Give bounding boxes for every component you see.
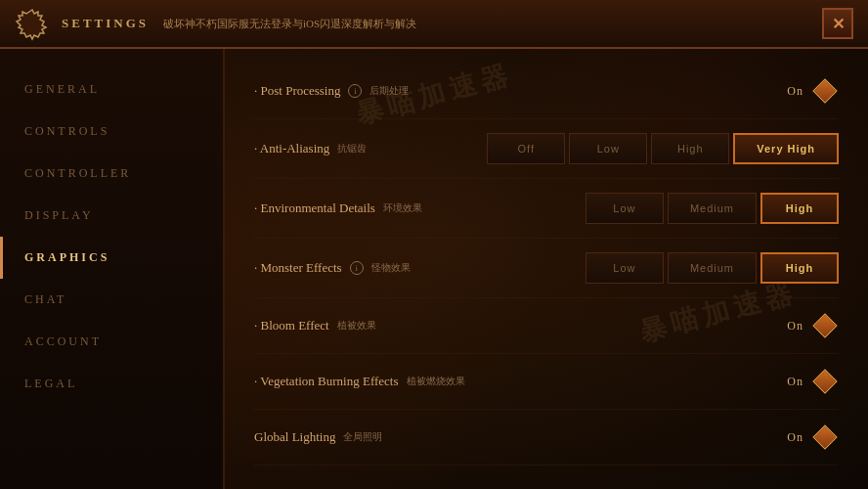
window-subtitle: 破坏神不朽国际服无法登录与iOS闪退深度解析与解决 bbox=[163, 17, 416, 31]
toggle-value-global-lighting: On bbox=[779, 430, 803, 445]
toggle-vegetation: On bbox=[779, 368, 839, 395]
toggle-diamond-global-lighting[interactable] bbox=[811, 423, 839, 451]
title-bar: SETTINGS 破坏神不朽国际服无法登录与iOS闪退深度解析与解决 ✕ bbox=[0, 0, 868, 49]
setting-row-vegetation: · Vegetation Burning Effects 植被燃烧效果 On bbox=[254, 354, 839, 410]
setting-label-global-lighting: Global Lighting 全局照明 bbox=[254, 429, 469, 445]
toggle-value-post-processing: On bbox=[779, 84, 803, 99]
btn-group-anti-aliasing: Off Low High Very High bbox=[487, 133, 839, 164]
toggle-diamond-bloom[interactable] bbox=[811, 312, 839, 339]
close-button[interactable]: ✕ bbox=[822, 8, 853, 39]
controls-bloom: On bbox=[469, 312, 839, 339]
toggle-bloom: On bbox=[779, 312, 839, 339]
option-low[interactable]: Low bbox=[569, 133, 647, 164]
sidebar-item-controls[interactable]: CONTROLS bbox=[0, 111, 223, 153]
gear-icon bbox=[15, 6, 50, 41]
controls-post-processing: On bbox=[469, 77, 839, 105]
sidebar-item-general[interactable]: GENERAL bbox=[0, 68, 223, 111]
setting-row-environmental: · Environmental Details 环境效果 Low Medium … bbox=[254, 179, 839, 239]
setting-row-anti-aliasing: · Anti-Aliasing 抗锯齿 Off Low High Very Hi… bbox=[254, 119, 839, 179]
setting-label-bloom: · Bloom Effect 植被效果 bbox=[254, 318, 469, 333]
setting-label-vegetation: · Vegetation Burning Effects 植被燃烧效果 bbox=[254, 374, 469, 389]
option-off[interactable]: Off bbox=[487, 133, 565, 164]
option-very-high[interactable]: Very High bbox=[733, 133, 839, 164]
controls-vegetation: On bbox=[469, 368, 839, 395]
setting-row-monster: · Monster Effects i 怪物效果 Low Medium High bbox=[254, 239, 839, 298]
setting-label-environmental: · Environmental Details 环境效果 bbox=[254, 200, 469, 216]
info-icon-post-processing[interactable]: i bbox=[348, 84, 362, 98]
controls-anti-aliasing: Off Low High Very High bbox=[469, 133, 839, 164]
controls-environmental: Low Medium High bbox=[469, 193, 839, 224]
btn-group-monster: Low Medium High bbox=[586, 252, 839, 284]
controls-monster: Low Medium High bbox=[469, 252, 839, 284]
toggle-diamond-post-processing[interactable] bbox=[811, 77, 839, 105]
sidebar-item-chat[interactable]: CHAT bbox=[0, 279, 223, 321]
option-low-monster[interactable]: Low bbox=[586, 252, 664, 284]
info-icon-monster[interactable]: i bbox=[350, 261, 364, 275]
toggle-value-vegetation: On bbox=[779, 375, 803, 389]
sidebar-item-account[interactable]: ACCOUNT bbox=[0, 321, 223, 363]
option-medium-env[interactable]: Medium bbox=[668, 193, 757, 224]
option-medium-monster[interactable]: Medium bbox=[668, 252, 757, 284]
option-high-monster[interactable]: High bbox=[760, 252, 839, 284]
setting-label-post-processing: · Post Processing i 后期处理 bbox=[254, 83, 469, 99]
sidebar-item-graphics[interactable]: GRAPHICS bbox=[0, 237, 223, 279]
controls-global-lighting: On bbox=[469, 423, 839, 451]
btn-group-environmental: Low Medium High bbox=[586, 193, 839, 224]
option-low-env[interactable]: Low bbox=[586, 193, 664, 224]
window-title: SETTINGS bbox=[62, 16, 149, 31]
sidebar: GENERAL CONTROLS CONTROLLER DISPLAY GRAP… bbox=[0, 49, 225, 489]
setting-row-bloom: · Bloom Effect 植被效果 On bbox=[254, 298, 839, 354]
option-high-env[interactable]: High bbox=[760, 193, 839, 224]
toggle-post-processing: On bbox=[779, 77, 839, 105]
setting-label-anti-aliasing: · Anti-Aliasing 抗锯齿 bbox=[254, 141, 469, 156]
main-content: GENERAL CONTROLS CONTROLLER DISPLAY GRAP… bbox=[0, 49, 868, 489]
toggle-global-lighting: On bbox=[779, 423, 839, 451]
option-high[interactable]: High bbox=[651, 133, 729, 164]
setting-row-post-processing: · Post Processing i 后期处理 On bbox=[254, 64, 839, 119]
sidebar-item-controller[interactable]: CONTROLLER bbox=[0, 153, 223, 195]
sidebar-item-display[interactable]: DISPLAY bbox=[0, 195, 223, 237]
sidebar-item-legal[interactable]: LEGAL bbox=[0, 363, 223, 405]
setting-label-monster: · Monster Effects i 怪物效果 bbox=[254, 260, 469, 276]
toggle-value-bloom: On bbox=[779, 319, 803, 333]
settings-window: SETTINGS 破坏神不朽国际服无法登录与iOS闪退深度解析与解决 ✕ GEN… bbox=[0, 0, 868, 489]
settings-panel: · Post Processing i 后期处理 On · Anti-Alias… bbox=[225, 49, 868, 489]
setting-row-global-lighting: Global Lighting 全局照明 On bbox=[254, 410, 839, 466]
toggle-diamond-vegetation[interactable] bbox=[811, 368, 839, 395]
